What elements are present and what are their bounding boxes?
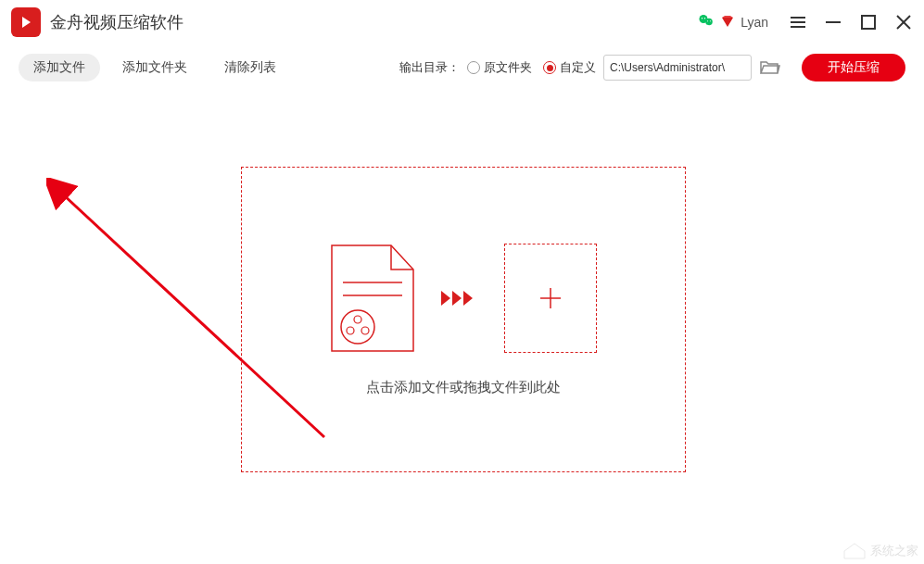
user-info[interactable]: Lyan — [698, 12, 768, 32]
titlebar-right: Lyan — [698, 12, 913, 32]
titlebar: 金舟视频压缩软件 Lyan — [0, 0, 924, 44]
svg-point-5 — [710, 20, 711, 21]
plus-icon — [537, 284, 564, 312]
dropzone-hint-text: 点击添加文件或拖拽文件到此处 — [366, 379, 561, 396]
app-logo-icon — [11, 7, 41, 37]
radio-custom-folder[interactable]: 自定义 — [543, 59, 596, 76]
svg-point-2 — [702, 18, 703, 19]
svg-point-16 — [354, 316, 361, 323]
close-button[interactable] — [894, 13, 913, 31]
radio-original-folder[interactable]: 原文件夹 — [467, 59, 532, 76]
file-dropzone[interactable]: 点击添加文件或拖拽文件到此处 — [241, 167, 686, 472]
maximize-button[interactable] — [859, 13, 878, 31]
app-title: 金舟视频压缩软件 — [50, 11, 184, 33]
radio-original-label: 原文件夹 — [484, 59, 532, 76]
dropzone-graphics — [330, 244, 597, 353]
svg-rect-10 — [862, 16, 875, 29]
svg-point-3 — [704, 18, 706, 19]
watermark-house-icon — [842, 542, 867, 560]
toolbar-right: 输出目录： 原文件夹 自定义 开始压缩 — [399, 54, 905, 81]
arrow-right-icon — [441, 287, 478, 309]
radio-custom-label: 自定义 — [560, 59, 596, 76]
add-placeholder-box — [504, 244, 597, 353]
output-radio-group: 原文件夹 自定义 — [467, 59, 596, 76]
main-area: 点击添加文件或拖拽文件到此处 — [0, 94, 924, 560]
svg-point-18 — [361, 327, 369, 334]
clear-list-button[interactable]: 清除列表 — [209, 54, 291, 81]
window-controls — [789, 13, 913, 31]
svg-point-17 — [347, 327, 354, 334]
svg-point-15 — [341, 310, 374, 344]
svg-point-1 — [705, 19, 713, 26]
minimize-button[interactable] — [824, 13, 842, 31]
add-file-button[interactable]: 添加文件 — [19, 54, 100, 81]
wechat-icon — [698, 12, 715, 32]
toolbar: 添加文件 添加文件夹 清除列表 输出目录： 原文件夹 自定义 开始压缩 — [0, 44, 924, 94]
svg-point-4 — [707, 20, 708, 21]
radio-icon-checked — [543, 61, 556, 74]
start-compress-button[interactable]: 开始压缩 — [802, 54, 905, 81]
browse-folder-button[interactable] — [759, 56, 781, 79]
vip-diamond-icon — [720, 14, 735, 31]
output-path-input[interactable] — [603, 55, 752, 81]
watermark: 系统之家 — [842, 542, 918, 560]
titlebar-left: 金舟视频压缩软件 — [11, 7, 184, 37]
user-name: Lyan — [740, 15, 768, 30]
watermark-text: 系统之家 — [870, 543, 918, 559]
output-dir-label: 输出目录： — [399, 59, 460, 76]
radio-icon — [467, 61, 480, 74]
menu-button[interactable] — [789, 13, 807, 31]
file-document-icon — [330, 244, 415, 353]
add-folder-button[interactable]: 添加文件夹 — [108, 54, 202, 81]
